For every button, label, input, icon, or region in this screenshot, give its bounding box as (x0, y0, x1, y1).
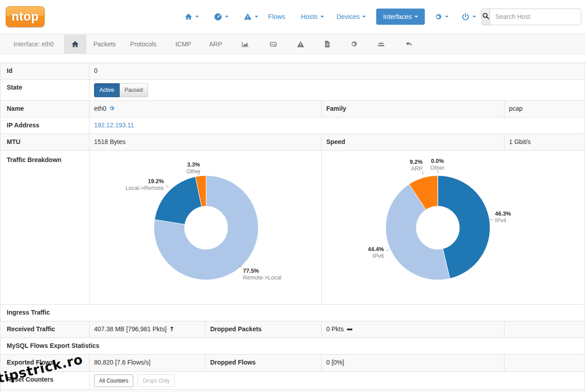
gear-icon (350, 40, 358, 48)
traffic-protocol-donut-chart[interactable] (384, 174, 492, 282)
dropped-flows-value: 0 [0%] (321, 355, 504, 371)
nav-settings-dropdown[interactable] (434, 13, 449, 21)
traffic-protocol-chart-cell: 9.2% ARP 0.0% Other 46.3% IPv4 44.4% IPv… (321, 151, 585, 304)
tab-alerts[interactable] (289, 35, 312, 54)
minus-icon (347, 329, 352, 330)
file-text-icon (324, 40, 331, 48)
nav-interfaces-dropdown[interactable]: Interfaces (376, 9, 425, 25)
nav-interfaces-label: Interfaces (383, 13, 412, 20)
tab-storage[interactable] (262, 35, 285, 54)
search-icon (482, 12, 490, 21)
chevron-down-icon (362, 16, 366, 18)
nav-hosts-dropdown[interactable]: Hosts (301, 13, 324, 20)
top-navbar: ntop Flows Hosts (0, 0, 585, 34)
pie-label-other: 3.3% Other (181, 162, 206, 175)
dropped-flows-label: Dropped Flows (205, 355, 321, 371)
ntop-logo[interactable]: ntop (6, 6, 45, 27)
search-button[interactable] (482, 9, 490, 25)
nav-flows[interactable]: Flows (268, 13, 285, 20)
tab-icmp[interactable]: ICMP (168, 35, 198, 54)
tab-settings[interactable] (342, 35, 365, 54)
tab-icmp-label: ICMP (176, 41, 191, 48)
mysql-export-header: MySQL Flows Export Statistics (0, 338, 585, 354)
table-row-id: Id 0 (0, 63, 585, 80)
main-nav: Flows Hosts Devices Interfaces (184, 9, 585, 25)
table-row-ingress-header: Ingress Traffic (0, 305, 585, 321)
nav-devices-dropdown[interactable]: Devices (337, 13, 366, 20)
ntopng-interface-page: ntop Flows Hosts (0, 0, 585, 392)
chevron-down-icon (320, 16, 324, 18)
pie-label-ipv6: 44.4% IPv6 (347, 246, 384, 260)
traffic-direction-donut-chart[interactable] (152, 174, 260, 282)
nav-dashboard-dropdown[interactable] (214, 13, 229, 21)
nav-home-dropdown[interactable] (184, 13, 199, 21)
tab-hosts-pools[interactable] (369, 35, 393, 54)
reset-counters-label: Reset Counters (0, 372, 89, 389)
tab-report[interactable] (316, 35, 338, 54)
host-search-group (482, 9, 581, 25)
table-row-ip: IP Address 192.12.193.11 (0, 117, 585, 134)
undo-arrow-icon (405, 41, 413, 48)
dashboard-gauge-icon (214, 13, 222, 21)
exported-flows-value: 80,820 [7.6 Flows/s] (89, 355, 205, 371)
mtu-label: MTU (0, 134, 89, 150)
dropped-packets-label: Dropped Packets (205, 321, 321, 338)
pie-label-ipv4: 46.3% IPv4 (495, 211, 531, 224)
tab-arp[interactable]: ARP (202, 35, 230, 54)
speed-label: Speed (321, 134, 504, 150)
interface-subnav: Interface: eth0 Packets Protocols ICMP A… (0, 34, 585, 54)
state-active-button[interactable]: Active (94, 83, 120, 97)
table-row-reset-counters: Reset Counters All Counters Drops Only (0, 372, 585, 390)
chevron-down-icon (472, 16, 476, 18)
table-row-received-dropped: Received Traffic 407.38 MB [796,981 Pkts… (0, 321, 585, 338)
ip-address-link[interactable]: 192.12.193.11 (94, 122, 134, 129)
area-chart-icon (241, 41, 249, 48)
chevron-down-icon (225, 16, 229, 18)
subnav-interface-label: Interface: eth0 (0, 35, 64, 54)
nav-alerts-dropdown[interactable] (243, 13, 258, 21)
received-traffic-value: 407.38 MB [796,981 Pkts] (94, 325, 166, 333)
configure-interface-gear-icon[interactable] (108, 105, 115, 113)
nav-power-dropdown[interactable] (461, 13, 476, 21)
nav-flows-label: Flows (268, 13, 285, 20)
name-value: eth0 (94, 105, 106, 112)
chevron-down-icon (445, 16, 449, 18)
tab-packets[interactable]: Packets (86, 35, 123, 54)
table-row-exported-dropped-flows: Exported Flows 80,820 [7.6 Flows/s] Drop… (0, 355, 585, 372)
traffic-direction-chart-cell: 3.3% Other 19.2% Local->Remote 77.5% Rem… (89, 151, 321, 304)
warning-triangle-icon (243, 13, 252, 21)
speed-value: 1 Gbit/s (504, 134, 585, 150)
chevron-down-icon (195, 16, 199, 18)
name-label: Name (0, 101, 89, 117)
hdd-icon (269, 41, 278, 48)
chevron-down-icon (414, 16, 418, 18)
chevron-down-icon (255, 16, 258, 18)
ingress-traffic-header: Ingress Traffic (0, 305, 585, 321)
pie-label-local-remote: 19.2% Local->Remote (114, 178, 164, 192)
pie-label-arp: 9.2% ARP (379, 159, 423, 172)
exported-flows-label: Exported Flows (0, 355, 89, 371)
table-row-partial (0, 390, 585, 392)
table-row-name-family: Name eth0 Family pcap (0, 101, 585, 117)
pie-label-other: 0.0% Other (423, 158, 451, 171)
search-input[interactable] (490, 9, 581, 25)
family-label: Family (321, 101, 504, 117)
traffic-breakdown-label: Traffic Breakdown (0, 151, 89, 304)
reset-all-counters-button[interactable]: All Counters (94, 374, 133, 387)
id-value: 0 (89, 63, 585, 79)
gear-icon (434, 13, 442, 21)
table-row-mysql-header: MySQL Flows Export Statistics (0, 338, 585, 355)
state-paused-button[interactable]: Paused (120, 83, 148, 97)
tab-back[interactable] (397, 35, 420, 54)
tab-protocols[interactable]: Protocols (123, 35, 163, 54)
table-row-mtu-speed: MTU 1518 Bytes Speed 1 Gbit/s (0, 134, 585, 151)
users-icon (377, 41, 386, 48)
tab-charts[interactable] (234, 35, 256, 54)
mtu-value: 1518 Bytes (89, 134, 321, 150)
arrow-up-icon: ↑ (169, 325, 175, 333)
interface-details-table: Id 0 State Active Paused Name eth0 Famil… (0, 63, 585, 392)
table-row-traffic-breakdown: Traffic Breakdown 3.3% Other 19.2% Local… (0, 151, 585, 305)
tab-home[interactable] (64, 35, 86, 54)
reset-drops-only-button[interactable]: Drops Only (138, 374, 175, 387)
state-toggle-group: Active Paused (94, 83, 148, 97)
